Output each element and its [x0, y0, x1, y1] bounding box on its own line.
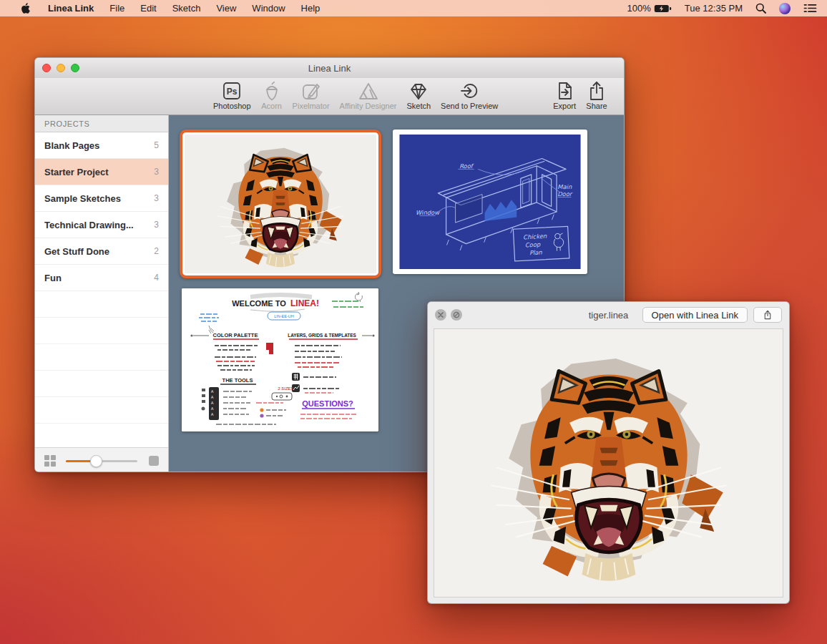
blueprint-drawing: Roof Window Main Door Chicken Coop Plan	[398, 135, 582, 269]
main-title-bar[interactable]: Linea Link	[35, 58, 624, 78]
toolbar-label: Send to Preview	[441, 102, 498, 110]
sidebar-footer	[35, 447, 168, 472]
apple-menu[interactable]	[13, 0, 39, 16]
quick-look-share-button[interactable]	[753, 307, 782, 323]
thumbnail-size-slider[interactable]	[66, 455, 137, 467]
photoshop-icon: Ps	[221, 80, 243, 102]
quick-look-preview-canvas	[434, 328, 783, 597]
blueprint-label-roof: Roof	[459, 162, 474, 170]
section-layers-grids: LAYERS, GRIDS & TEMPLATES	[288, 333, 356, 338]
quick-look-buttons: Open with Linea Link	[642, 307, 782, 323]
notification-center-button[interactable]	[797, 0, 827, 16]
toolbar-label: Photoshop	[213, 102, 251, 110]
toolbar-label: Affinity Designer	[340, 102, 397, 110]
tiger-drawing	[204, 135, 357, 273]
project-label: Technical Drawing...	[44, 220, 154, 230]
menu-app-name[interactable]: Linea Link	[40, 0, 102, 16]
menu-file[interactable]: File	[102, 0, 132, 16]
menu-edit[interactable]: Edit	[132, 0, 164, 16]
project-count: 3	[154, 193, 159, 203]
plan-title-line2: Coop	[525, 240, 542, 248]
project-label: Starter Project	[44, 167, 154, 177]
toolbar-button-photoshop[interactable]: Ps Photoshop	[208, 79, 256, 111]
close-button[interactable]	[42, 64, 51, 72]
minimize-button[interactable]	[57, 64, 65, 72]
affinity-designer-icon	[358, 80, 379, 102]
main-toolbar: Ps Photoshop Acorn	[35, 78, 624, 115]
share-icon	[586, 80, 607, 102]
project-count: 4	[154, 273, 159, 283]
battery-status[interactable]: 100%	[621, 0, 678, 16]
sidebar-item-get-stuff-done[interactable]: Get Stuff Done 2	[35, 238, 168, 265]
toolbar-label: Sketch	[406, 102, 431, 110]
clock-label: Tue 12:35 PM	[685, 3, 743, 14]
tiger-thumbnail-art	[185, 135, 376, 273]
siri-button[interactable]	[773, 0, 797, 16]
sidebar-empty-row	[35, 424, 168, 447]
siri-icon	[779, 3, 791, 14]
menu-bar: Linea Link File Edit Sketch View Window …	[0, 0, 827, 16]
sidebar-item-blank-pages[interactable]: Blank Pages 5	[35, 132, 168, 159]
thumbnail-chicken-coop-blueprint[interactable]: Roof Window Main Door Chicken Coop Plan	[393, 130, 587, 274]
toolbar-button-pixelmator[interactable]: Pixelmator	[288, 79, 335, 111]
apple-icon	[21, 2, 31, 14]
sidebar-item-sample-sketches[interactable]: Sample Sketches 3	[35, 185, 168, 212]
plan-title-line1: Chicken	[523, 233, 547, 241]
project-count: 3	[154, 167, 159, 177]
battery-percent-label: 100%	[627, 3, 651, 14]
project-label: Fun	[44, 273, 154, 283]
tiger-artwork-preview	[466, 333, 752, 592]
desktop-wallpaper: Linea Link File Edit Sketch View Window …	[0, 0, 827, 644]
toolbar-label: Export	[553, 102, 576, 110]
search-icon	[755, 3, 766, 14]
sidebar-empty-row	[35, 371, 168, 397]
quick-look-title-bar[interactable]: tiger.linea Open with Linea Link	[428, 302, 789, 328]
section-the-tools: THE TOOLS	[222, 377, 253, 384]
quick-look-controls	[435, 309, 462, 321]
projects-sidebar: PROJECTS Blank Pages 5 Starter Project 3…	[35, 115, 169, 472]
grid-view-icon[interactable]	[44, 455, 56, 467]
toolbar-button-send-to-preview[interactable]: Send to Preview	[436, 79, 503, 111]
project-count: 5	[154, 140, 159, 150]
project-label: Get Stuff Done	[44, 246, 154, 257]
thumbnail-welcome-notes[interactable]: WELCOME TO LINEA! LIN-EE-UH COLOR PALETT…	[182, 288, 378, 431]
toolbar-button-share[interactable]: Share	[581, 79, 612, 111]
toolbar-label: Pixelmator	[293, 102, 330, 110]
spotlight-button[interactable]	[749, 0, 773, 16]
sidebar-item-fun[interactable]: Fun 4	[35, 265, 168, 291]
window-title: Linea Link	[35, 63, 624, 74]
welcome-pronounce: LIN-EE-UH	[274, 314, 294, 318]
quick-look-close-button[interactable]	[435, 309, 446, 321]
menu-window[interactable]: Window	[244, 0, 293, 16]
menu-status-area: 100% Tue 12:35 PM	[621, 0, 827, 16]
menu-help[interactable]: Help	[293, 0, 328, 16]
clock[interactable]: Tue 12:35 PM	[678, 0, 749, 16]
menu-sketch[interactable]: Sketch	[165, 0, 209, 16]
open-with-linea-link-button[interactable]: Open with Linea Link	[642, 307, 748, 323]
menu-view[interactable]: View	[208, 0, 244, 16]
project-list: Blank Pages 5 Starter Project 3 Sample S…	[35, 132, 168, 447]
blueprint-label-window: Window	[416, 209, 440, 216]
toolbar-button-sketch[interactable]: Sketch	[401, 79, 436, 111]
toolbar-button-acorn[interactable]: Acorn	[256, 79, 288, 111]
zoom-button[interactable]	[71, 64, 79, 72]
toolbar-button-export[interactable]: Export	[548, 79, 581, 111]
label-3-sizes: 3 SIZES	[278, 386, 293, 391]
sidebar-empty-row	[35, 318, 168, 344]
sidebar-item-starter-project[interactable]: Starter Project 3	[35, 159, 168, 185]
project-count: 3	[154, 220, 159, 230]
quick-look-fullscreen-button[interactable]	[451, 309, 462, 321]
slider-knob[interactable]	[90, 455, 102, 467]
toolbar-label: Share	[586, 102, 607, 110]
section-color-palette: COLOR PALETTE	[213, 332, 258, 338]
toolbar-button-affinity-designer[interactable]: Affinity Designer	[335, 79, 402, 111]
sidebar-empty-row	[35, 397, 168, 424]
large-thumbnail-icon[interactable]	[149, 456, 159, 466]
thumbnail-tiger-selected[interactable]	[180, 130, 381, 278]
fullscreen-icon	[453, 311, 460, 318]
sidebar-item-technical-drawing[interactable]: Technical Drawing... 3	[35, 212, 168, 238]
blueprint-label-main-door-2: Door	[557, 190, 573, 197]
acorn-icon	[261, 80, 283, 102]
export-icon	[554, 80, 575, 102]
toolbar-label: Acorn	[261, 102, 282, 110]
